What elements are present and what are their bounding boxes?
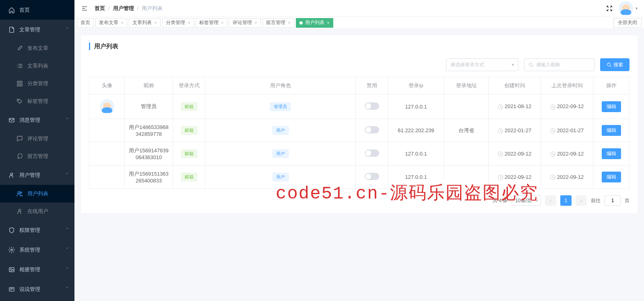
th-role: 用户角色 (205, 77, 356, 94)
message-icon (8, 286, 15, 293)
edit-button[interactable]: 编辑 (602, 101, 621, 112)
cell-ops: 编辑 (593, 142, 630, 166)
sidebar-item-13[interactable]: 系统管理˅ (0, 240, 74, 260)
user-icon (16, 208, 23, 215)
breadcrumb-last: 用户列表 (142, 5, 163, 12)
gear-icon (8, 246, 15, 254)
sidebar-item-2[interactable]: 发布文章 (0, 39, 74, 57)
tab-5[interactable]: 评论管理× (229, 18, 261, 28)
cell-ip: 61.222.202.239 (388, 119, 444, 142)
sidebar-item-label: 消息管理 (19, 117, 40, 124)
sidebar-item-7[interactable]: 评论管理 (0, 130, 74, 147)
cell-create: 2021-08-12 (489, 94, 541, 119)
document-icon (8, 26, 15, 33)
cell-ip: 127.0.0.1 (388, 142, 444, 166)
sidebar-item-3[interactable]: 文章列表 (0, 57, 74, 75)
table-row: 用户1569147839064363010邮箱用户127.0.0.12022-0… (89, 142, 630, 166)
sidebar-item-label: 在线用户 (27, 208, 48, 215)
tab-label: 用户列表 (305, 19, 324, 26)
edit-icon (16, 45, 23, 52)
sidebar-item-1[interactable]: 文章管理˄ (0, 20, 74, 39)
tab-6[interactable]: 留言管理× (262, 18, 294, 28)
close-icon[interactable]: × (327, 20, 330, 26)
sidebar-item-0[interactable]: 首页 (0, 0, 74, 20)
login-type-select[interactable]: 请选择登录方式 ▾ (446, 58, 518, 71)
table-row: 用户1569151363265400833邮箱用户127.0.0.12022-0… (89, 166, 630, 189)
sidebar: 首页文章管理˄发布文章文章列表分类管理标签管理消息管理˄评论管理留言管理用户管理… (0, 0, 74, 301)
tab-2[interactable]: 文章列表× (129, 18, 161, 28)
svg-point-6 (10, 173, 12, 175)
cell-disabled (356, 94, 388, 119)
disable-switch[interactable] (365, 173, 379, 180)
sidebar-item-14[interactable]: 相册管理˅ (0, 260, 74, 279)
close-icon[interactable]: × (288, 20, 291, 26)
cell-avatar (89, 166, 125, 189)
sidebar-item-5[interactable]: 标签管理 (0, 92, 74, 110)
tab-3[interactable]: 分类管理× (162, 18, 194, 28)
th-nickname: 昵称 (125, 77, 173, 94)
chevron-icon: ˅ (66, 247, 68, 253)
disable-switch[interactable] (365, 149, 379, 157)
close-icon[interactable]: × (254, 20, 257, 26)
th-createTime: 创建时间 (489, 77, 541, 94)
tab-0[interactable]: 首页 (77, 18, 94, 28)
shield-icon (8, 227, 15, 234)
user-avatar-menu[interactable]: ▾ (619, 1, 638, 16)
sidebar-item-4[interactable]: 分类管理 (0, 75, 74, 92)
cell-avatar (89, 119, 125, 142)
svg-rect-2 (17, 84, 19, 86)
clock-icon (498, 152, 503, 157)
sidebar-item-label: 首页 (19, 6, 30, 14)
page-suffix: 页 (625, 197, 630, 204)
edit-button[interactable]: 编辑 (602, 125, 621, 136)
tab-7[interactable]: 用户列表× (296, 18, 333, 28)
cell-addr (444, 94, 489, 119)
cell-last: 2022-09-12 (541, 94, 593, 119)
close-all-tabs-button[interactable]: 全部关闭 (613, 18, 642, 28)
breadcrumb: 首页 / 用户管理 / 用户列表 (95, 5, 606, 12)
next-page-button[interactable]: › (576, 195, 587, 206)
tab-label: 标签管理 (199, 19, 219, 26)
page-1-button[interactable]: 1 (560, 195, 572, 206)
page-size-select[interactable]: 10条/页 (512, 195, 541, 206)
close-icon[interactable]: × (221, 20, 224, 26)
cell-ip: 127.0.0.1 (388, 94, 444, 119)
main: 首页 / 用户管理 / 用户列表 ▾ 首页发布文章×文章列表×分类管理×标签管理… (74, 0, 644, 301)
sidebar-item-10[interactable]: 用户列表 (0, 185, 74, 203)
disable-switch[interactable] (365, 102, 379, 110)
th-loginType: 登录方式 (173, 77, 205, 94)
sidebar-item-12[interactable]: 权限管理˅ (0, 220, 74, 240)
close-icon[interactable]: × (188, 20, 190, 26)
sidebar-item-label: 用户管理 (19, 172, 40, 179)
svg-rect-1 (20, 81, 22, 83)
sidebar-item-8[interactable]: 留言管理 (0, 147, 74, 165)
disable-switch[interactable] (365, 126, 379, 133)
sidebar-item-11[interactable]: 在线用户 (0, 203, 74, 220)
sidebar-item-6[interactable]: 消息管理˄ (0, 110, 74, 130)
sidebar-item-9[interactable]: 用户管理˄ (0, 165, 74, 185)
close-icon[interactable]: × (154, 20, 157, 26)
chat-icon (16, 153, 23, 160)
edit-button[interactable]: 编辑 (602, 148, 621, 159)
breadcrumb-mid[interactable]: 用户管理 (113, 5, 134, 12)
sidebar-item-15[interactable]: 说说管理˅ (0, 279, 74, 299)
search-button[interactable]: 搜索 (600, 58, 630, 71)
fullscreen-icon[interactable] (606, 5, 613, 12)
cell-last: 2022-01-27 (541, 119, 593, 142)
clock-icon (550, 128, 555, 133)
edit-button[interactable]: 编辑 (602, 172, 621, 182)
cell-nickname: 用户1569151363265400833 (125, 166, 173, 189)
nickname-input[interactable]: 请输入昵称 (524, 58, 594, 71)
goto-page-input[interactable] (605, 195, 621, 206)
cell-last: 2022-09-12 (541, 142, 593, 166)
close-icon[interactable]: × (121, 20, 124, 26)
grid-icon (16, 80, 23, 87)
tab-1[interactable]: 发布文章× (95, 18, 127, 28)
tab-4[interactable]: 标签管理× (196, 18, 227, 28)
breadcrumb-home[interactable]: 首页 (95, 5, 105, 12)
tab-label: 评论管理 (233, 19, 252, 26)
users-icon (16, 190, 23, 197)
list-icon (16, 62, 23, 70)
prev-page-button[interactable]: ‹ (545, 195, 556, 206)
menu-toggle-icon[interactable] (81, 5, 88, 12)
